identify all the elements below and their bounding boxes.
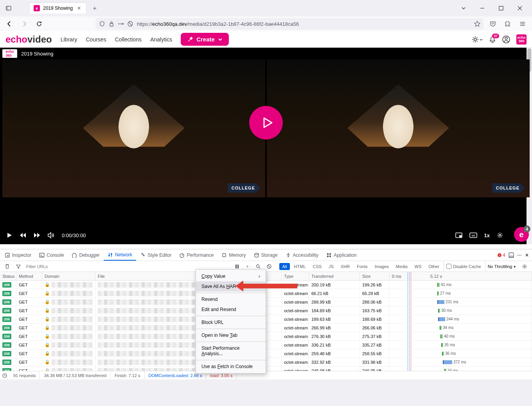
context-menu-item[interactable]: Open in New Tab [196, 330, 266, 340]
play-control-icon[interactable] [6, 232, 13, 238]
table-row[interactable]: 206 GET 🔒 2 (xhr) octet-stream 259.48 kB… [0, 349, 532, 358]
throttling-select[interactable]: No Throttling ♦ [485, 261, 518, 272]
trash-icon[interactable] [2, 263, 12, 270]
pause-icon[interactable] [233, 263, 241, 270]
layout-icon[interactable] [455, 233, 462, 238]
video-pane-right[interactable]: COLLEGE [267, 59, 530, 197]
sidebar-toggle-icon[interactable] [3, 3, 14, 14]
table-row[interactable]: 206 GET 🔒 2 (xhr) octet-stream 288.99 kB… [0, 298, 532, 306]
devtools-tab-network[interactable]: Network [104, 249, 136, 261]
devtools-tab-performance[interactable]: Performance [175, 249, 217, 261]
create-button[interactable]: Create [181, 33, 229, 46]
table-row[interactable]: 206 GET 🔒 2 (xhr) octet-stream 336.21 kB… [0, 341, 532, 349]
account-icon[interactable] [502, 36, 510, 43]
filter-funnel-icon[interactable] [14, 263, 23, 270]
devtools-close-icon[interactable]: ✕ [525, 252, 529, 258]
context-menu-item[interactable]: Edit and Resend [196, 304, 266, 315]
settings-icon[interactable] [497, 232, 503, 238]
block-icon[interactable] [264, 263, 274, 270]
forward-button[interactable] [19, 18, 30, 29]
devtools-tab-storage[interactable]: Storage [250, 249, 282, 261]
chevron-down-icon[interactable] [455, 2, 473, 14]
tab-close-icon[interactable]: ✕ [76, 5, 82, 11]
timeline-cell: 27 ms [390, 289, 532, 297]
table-row[interactable]: 206 GET 🔒 2 (xhr) octet-stream 266.99 kB… [0, 324, 532, 332]
permissions-icon[interactable] [117, 21, 124, 26]
filter-fonts[interactable]: Fonts [354, 263, 370, 270]
col-timeline[interactable]: 0 ms 5.12 s [390, 272, 532, 280]
col-size[interactable]: Size [360, 272, 390, 280]
extensions-icon[interactable] [502, 18, 513, 29]
devtools-tab-style[interactable]: Style Editor [136, 249, 175, 261]
rewind-icon[interactable] [20, 232, 27, 238]
context-menu-item[interactable]: Resend [196, 294, 266, 304]
logo[interactable]: echovideo [5, 34, 52, 45]
autoplay-blocked-icon[interactable] [127, 21, 134, 27]
devtools-dock-icon[interactable] [509, 252, 514, 258]
reload-button[interactable] [34, 18, 45, 29]
devtools-tab-debugger[interactable]: Debugger [68, 249, 104, 261]
devtools-tab-application[interactable]: Application [322, 249, 361, 261]
settings-gear-icon[interactable] [472, 36, 479, 43]
brand-badge[interactable]: echo 360 [516, 34, 527, 45]
minimize-icon[interactable] [473, 2, 491, 14]
nav-collections[interactable]: Collections [115, 36, 142, 43]
browser-tab[interactable]: e 2019 Showing ✕ [30, 3, 86, 14]
devtools-more-icon[interactable]: ⋯ [517, 252, 522, 258]
devtools-tab-console[interactable]: Console [35, 249, 68, 261]
nav-courses[interactable]: Courses [86, 36, 106, 43]
filter-other[interactable]: Other [426, 263, 442, 270]
notifications-bell-icon[interactable]: 37 [489, 36, 496, 43]
filter-images[interactable]: Images [372, 263, 392, 270]
table-row[interactable]: 206 GET 🔒 2 (xhr) octet-stream 184.69 kB… [0, 306, 532, 315]
chat-bubble[interactable]: e4 [514, 227, 529, 242]
play-button[interactable] [249, 106, 283, 140]
context-menu-item[interactable]: Use as Fetch in Console [196, 361, 266, 372]
table-row[interactable]: 206 GET 🔒 2 (xhr) octet-stream 276.30 kB… [0, 332, 532, 341]
address-bar[interactable]: https://echo360qa.dev/media/d219b3a2-1b8… [95, 18, 483, 30]
shield-icon[interactable] [99, 21, 106, 27]
filter-all[interactable]: All [279, 263, 289, 270]
bookmark-star-icon[interactable] [474, 21, 480, 27]
table-row[interactable]: 206 GET 🔒 2 (xhr) octet-stream 246.98 kB… [0, 367, 532, 371]
context-menu-item[interactable]: Block URL [196, 317, 266, 327]
video-pane-left[interactable]: COLLEGE [2, 59, 265, 197]
volume-icon[interactable] [48, 232, 55, 238]
search-icon[interactable] [253, 263, 263, 270]
fast-forward-icon[interactable] [34, 232, 41, 238]
col-type[interactable]: Type [282, 272, 309, 280]
table-row[interactable]: 206 GET 🔒 2 (xhr) octet-stream 189.63 kB… [0, 315, 532, 324]
maximize-icon[interactable] [492, 2, 510, 14]
filter-ws[interactable]: WS [412, 263, 424, 270]
close-window-icon[interactable] [511, 2, 529, 14]
captions-icon[interactable]: cc [469, 233, 477, 238]
devtools-tab-accessibility[interactable]: Accessibility [282, 249, 322, 261]
lock-icon[interactable] [108, 21, 115, 27]
filter-css[interactable]: CSS [310, 263, 325, 270]
table-row[interactable]: 206 GET 🔒 2 (xhr) octet-stream 332.92 kB… [0, 358, 532, 367]
filter-media[interactable]: Media [393, 263, 410, 270]
filter-input[interactable] [25, 263, 95, 270]
new-tab-button[interactable]: ＋ [89, 3, 100, 14]
col-transferred[interactable]: Transferred [309, 272, 360, 280]
context-menu-item[interactable]: Copy Value› [196, 271, 266, 281]
context-menu-item[interactable]: Start Performance Analysis... [196, 343, 266, 359]
filter-js[interactable]: JS [326, 263, 336, 270]
menu-icon[interactable] [517, 18, 528, 29]
nav-analytics[interactable]: Analytics [150, 36, 172, 43]
settings-gear-icon[interactable] [519, 263, 530, 270]
devtools-tab-memory[interactable]: Memory [217, 249, 250, 261]
col-domain[interactable]: Domain [42, 272, 95, 280]
devtools-tab-inspector[interactable]: Inspector [1, 249, 35, 261]
col-status[interactable]: Status [0, 272, 16, 280]
table-row[interactable]: 206 GET 🔒 2 (xhr) octet-stream 66.21 kB … [0, 289, 532, 298]
filter-html[interactable]: HTML [291, 263, 309, 270]
disable-cache-checkbox[interactable]: Disable Cache [444, 261, 483, 272]
nav-library[interactable]: Library [61, 36, 77, 43]
back-button[interactable] [4, 18, 15, 29]
error-count[interactable]: !4 [497, 252, 505, 258]
filter-xhr[interactable]: XHR [338, 263, 352, 270]
col-method[interactable]: Method [16, 272, 42, 280]
speed-control[interactable]: 1x [484, 233, 490, 238]
pocket-icon[interactable] [487, 18, 498, 29]
